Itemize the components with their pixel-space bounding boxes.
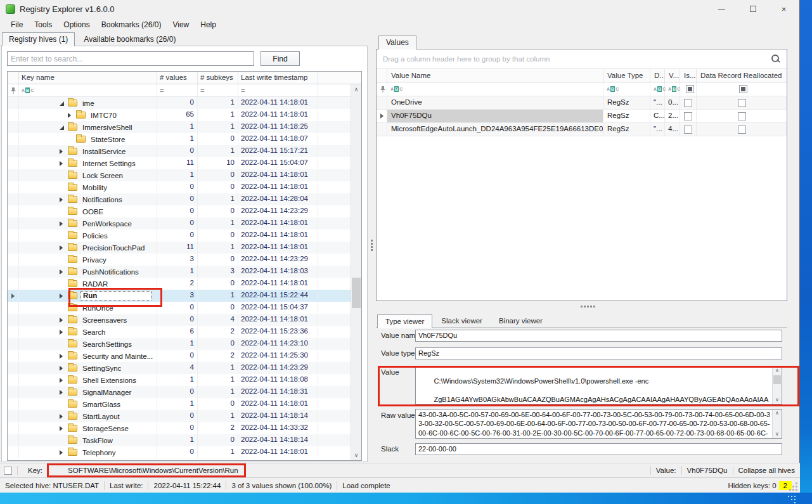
menu-item-options[interactable]: Options: [58, 19, 95, 30]
scroll-down-icon[interactable]: ∨: [773, 430, 782, 438]
tree-row-pushnotifications[interactable]: PushNotifications132022-04-11 14:18:03: [8, 266, 351, 278]
scroll-up-icon[interactable]: ∧: [351, 84, 361, 94]
tree-row-security-and-mainte[interactable]: Security and Mainte...022022-04-11 14:25…: [8, 350, 351, 362]
tree-filter-key-name[interactable]: ABC: [19, 84, 157, 96]
values-header-is[interactable]: Is...: [680, 69, 697, 82]
tree-key-cell[interactable]: SettingSync: [19, 362, 157, 374]
tree-row-policies[interactable]: Policies002022-04-11 14:18:01: [8, 229, 351, 242]
indeterminate-checkbox[interactable]: [686, 85, 694, 93]
tab-type-viewer[interactable]: Type viewer: [377, 314, 432, 328]
tree-row-lock-screen[interactable]: Lock Screen102022-04-11 14:18:01: [8, 169, 351, 181]
value-row-microsoftedgeautolaunch-dd24a963a954fe25e19a66613de0bf01[interactable]: MicrosoftEdgeAutoLaunch_DD24A963A954FE25…: [377, 123, 787, 136]
tree-header-key-name[interactable]: Key name: [19, 72, 157, 84]
tree-key-cell[interactable]: Privacy: [19, 254, 157, 266]
tree-key-cell[interactable]: SmartGlass: [19, 398, 157, 410]
tree-row-penworkspace[interactable]: PenWorkspace012022-04-11 14:18:01: [8, 217, 351, 229]
find-button[interactable]: Find: [261, 51, 300, 66]
value-data-field[interactable]: C:\Windows\System32\WindowsPowerShell\v1…: [415, 366, 782, 404]
tree-key-cell[interactable]: Telephony: [19, 446, 157, 458]
expand-icon[interactable]: [60, 365, 66, 372]
tree-key-cell[interactable]: TaskFlow: [19, 434, 157, 446]
collapse-icon[interactable]: [60, 124, 66, 131]
equals-operator-icon[interactable]: =: [241, 87, 245, 94]
tree-key-cell[interactable]: ImmersiveShell: [19, 121, 157, 133]
tree-row-radar[interactable]: RADAR202022-04-11 14:18:01: [8, 278, 351, 290]
tree-header-values[interactable]: # values: [157, 72, 198, 84]
tree-key-cell[interactable]: Security and Mainte...: [19, 350, 157, 362]
tree-key-cell[interactable]: Lock Screen: [19, 169, 157, 181]
expand-icon[interactable]: [60, 196, 66, 204]
tree-key-cell[interactable]: ime: [19, 97, 157, 109]
tab-binary-viewer[interactable]: Binary viewer: [491, 314, 550, 327]
search-icon[interactable]: [770, 54, 780, 64]
tree-row-smartglass[interactable]: SmartGlass102022-04-11 14:18:01: [8, 398, 351, 410]
tree-row-searchsettings[interactable]: SearchSettings102022-04-11 14:23:10: [8, 338, 351, 350]
equals-operator-icon[interactable]: =: [200, 87, 204, 94]
tree-header-timestamp[interactable]: Last write timestamp: [238, 72, 318, 84]
scroll-down-icon[interactable]: ∨: [773, 396, 782, 404]
tree-row-oobe[interactable]: OOBE002022-04-11 14:23:29: [8, 205, 351, 217]
tree-key-cell[interactable]: Shell Extensions: [19, 374, 157, 386]
tree-key-cell[interactable]: StartLayout: [19, 410, 157, 422]
values-header-data-record-reallocated[interactable]: Data Record Reallocated: [697, 69, 787, 82]
selected-key-path[interactable]: SOFTWARE\Microsoft\Windows\CurrentVersio…: [63, 465, 243, 475]
collapse-icon[interactable]: [60, 100, 66, 107]
expand-icon[interactable]: [60, 268, 66, 276]
scrollbar-thumb[interactable]: [352, 278, 361, 308]
checkbox-unchecked[interactable]: [684, 126, 692, 134]
scroll-down-icon[interactable]: ∨: [351, 450, 361, 460]
value-name-cell[interactable]: MicrosoftEdgeAutoLaunch_DD24A963A954FE25…: [387, 123, 603, 136]
menu-item-view[interactable]: View: [167, 19, 195, 30]
value-name-field[interactable]: Vh0F75DQu: [415, 330, 782, 342]
maximize-button[interactable]: [737, 0, 768, 18]
expand-icon[interactable]: [60, 389, 66, 396]
tree-key-cell[interactable]: InstallService: [19, 145, 157, 157]
tree-filter-values[interactable]: =: [157, 84, 198, 96]
expand-icon[interactable]: [60, 160, 66, 167]
tree-key-cell[interactable]: RADAR: [19, 278, 157, 290]
tree-row-imtc70[interactable]: IMTC706512022-04-11 14:18:01: [8, 109, 351, 121]
checkbox-unchecked[interactable]: [738, 112, 746, 120]
tree-row-search[interactable]: Search622022-04-11 15:23:36: [8, 326, 351, 338]
tree-key-cell[interactable]: Notifications: [19, 193, 157, 205]
value-field-scrollbar[interactable]: ∧ ∨: [772, 367, 782, 404]
menu-item-bookmarks-26-0[interactable]: Bookmarks (26/0): [96, 19, 167, 30]
search-input[interactable]: [7, 51, 254, 66]
menu-item-file[interactable]: File: [5, 19, 29, 30]
expand-icon[interactable]: [60, 352, 66, 360]
values-filter-value-slack[interactable]: ABC: [665, 82, 680, 96]
value-name-cell[interactable]: OneDrive: [387, 96, 603, 109]
tree-key-cell[interactable]: RunOnce: [19, 302, 157, 314]
indeterminate-checkbox[interactable]: [739, 85, 747, 93]
raw-value-scrollbar[interactable]: ∧ ∨: [772, 410, 782, 438]
key-bar-checkbox[interactable]: [4, 467, 12, 475]
checkbox-unchecked[interactable]: [684, 99, 692, 107]
expand-icon[interactable]: [60, 292, 66, 300]
tree-row-ime[interactable]: ime012022-04-11 14:18:01: [8, 97, 351, 109]
tree-key-cell[interactable]: Search: [19, 326, 157, 338]
tab-available-bookmarks-26-0[interactable]: Available bookmarks (26/0): [77, 32, 183, 46]
expand-icon[interactable]: [60, 148, 66, 155]
menu-item-tools[interactable]: Tools: [29, 19, 58, 30]
tree-row-precisiontouchpad[interactable]: PrecisionTouchPad1112022-04-11 14:18:01: [8, 242, 351, 254]
expand-icon[interactable]: [60, 316, 66, 324]
tree-key-cell[interactable]: PushNotifications: [19, 266, 157, 278]
tree-row-statestore[interactable]: StateStore102022-04-11 14:18:07: [8, 133, 351, 145]
values-header-value-name[interactable]: Value Name: [387, 69, 603, 82]
values-header-value-type[interactable]: Value Type: [603, 69, 650, 82]
values-header-data[interactable]: D...: [650, 69, 665, 82]
tree-key-cell[interactable]: SignalManager: [19, 386, 157, 398]
checkbox-unchecked[interactable]: [684, 112, 692, 120]
tree-key-cell[interactable]: SearchSettings: [19, 338, 157, 350]
minimize-button[interactable]: [706, 0, 737, 18]
tree-row-taskflow[interactable]: TaskFlow102022-04-11 14:18:14: [8, 434, 351, 446]
tree-key-cell[interactable]: Run: [19, 290, 157, 302]
raw-value-field[interactable]: 43-00-3A-00-5C-00-57-00-69-00-6E-00-64-0…: [415, 409, 782, 439]
tree-key-cell[interactable]: Internet Settings: [19, 157, 157, 169]
tree-filter-timestamp[interactable]: =: [238, 84, 318, 96]
tree-row-notifications[interactable]: Notifications012022-04-11 14:28:04: [8, 193, 351, 205]
tree-key-cell[interactable]: Policies: [19, 229, 157, 242]
tree-row-installservice[interactable]: InstallService012022-04-11 15:17:21: [8, 145, 351, 157]
tree-key-cell[interactable]: OOBE: [19, 205, 157, 217]
tree-row-immersiveshell[interactable]: ImmersiveShell112022-04-11 14:18:25: [8, 121, 351, 133]
